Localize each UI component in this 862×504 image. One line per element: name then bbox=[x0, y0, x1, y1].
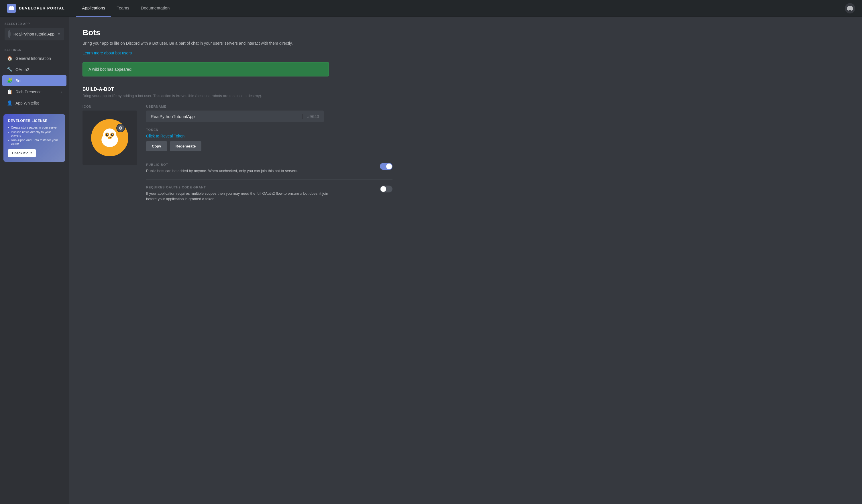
check-it-out-button[interactable]: Check it out bbox=[8, 149, 36, 157]
toggle-knob bbox=[386, 163, 392, 169]
username-label: USERNAME bbox=[146, 105, 848, 108]
token-buttons: Copy Regenerate bbox=[146, 141, 848, 151]
person-icon: 👤 bbox=[7, 100, 13, 106]
list-icon: 📋 bbox=[7, 89, 13, 94]
section-description: Bring your app to life by adding a bot u… bbox=[82, 94, 848, 98]
sidebar-item-general-information[interactable]: 🏠 General Information bbox=[2, 53, 66, 64]
oauth2-grant-info: REQUIRES OAUTH2 CODE GRANT If your appli… bbox=[146, 186, 332, 202]
oauth2-grant-toggle[interactable] bbox=[380, 186, 392, 193]
dev-license-title: DEVELOPER LICENSE bbox=[8, 119, 61, 123]
svg-point-8 bbox=[108, 136, 112, 139]
oauth2-grant-section: REQUIRES OAUTH2 CODE GRANT If your appli… bbox=[146, 180, 392, 208]
bot-icon-upload-area[interactable] bbox=[82, 110, 137, 165]
copy-button[interactable]: Copy bbox=[146, 141, 167, 151]
icon-section: ICON bbox=[82, 105, 137, 165]
discriminator: #9643 bbox=[302, 114, 324, 119]
bot-fields: USERNAME #9643 TOKEN Click to Reveal Tok… bbox=[146, 105, 848, 208]
public-bot-row: PUBLIC BOT Public bots can be added by a… bbox=[146, 163, 392, 174]
page-description: Bring your app to life on Discord with a… bbox=[82, 40, 312, 47]
sidebar-item-rich-presence[interactable]: 📋 Rich Presence › bbox=[2, 87, 66, 97]
sidebar-item-label: App Whitelist bbox=[15, 101, 39, 105]
nav-documentation[interactable]: Documentation bbox=[135, 0, 175, 17]
success-banner: A wild bot has appeared! bbox=[82, 62, 329, 77]
toggle-knob bbox=[380, 186, 386, 192]
discord-logo-icon bbox=[7, 4, 16, 13]
sidebar: SELECTED APP RealPythonTutorialApp ▼ SET… bbox=[0, 17, 69, 504]
sidebar-item-bot[interactable]: 🧩 Bot bbox=[2, 75, 66, 86]
main-layout: SELECTED APP RealPythonTutorialApp ▼ SET… bbox=[0, 17, 862, 504]
click-to-reveal-token[interactable]: Click to Reveal Token bbox=[146, 134, 848, 138]
username-row: #9643 bbox=[146, 110, 324, 122]
logo-text: DEVELOPER PORTAL bbox=[19, 6, 65, 10]
chevron-right-icon: › bbox=[61, 90, 62, 94]
public-bot-description: Public bots can be added by anyone. When… bbox=[146, 168, 298, 174]
app-selector[interactable]: RealPythonTutorialApp ▼ bbox=[4, 28, 64, 40]
oauth2-grant-title: REQUIRES OAUTH2 CODE GRANT bbox=[146, 186, 332, 189]
nav-applications[interactable]: Applications bbox=[76, 0, 111, 17]
public-bot-section: PUBLIC BOT Public bots can be added by a… bbox=[146, 157, 392, 180]
app-icon bbox=[8, 30, 11, 38]
svg-point-6 bbox=[107, 134, 108, 135]
token-field-group: TOKEN Click to Reveal Token Copy Regener… bbox=[146, 128, 848, 151]
learn-more-link[interactable]: Learn more about bot users bbox=[82, 51, 132, 55]
oauth2-grant-row: REQUIRES OAUTH2 CODE GRANT If your appli… bbox=[146, 186, 392, 202]
public-bot-title: PUBLIC BOT bbox=[146, 163, 298, 167]
username-input[interactable] bbox=[146, 110, 302, 122]
regenerate-button[interactable]: Regenerate bbox=[170, 141, 202, 151]
nav-links: Applications Teams Documentation bbox=[76, 0, 845, 17]
svg-point-7 bbox=[112, 134, 113, 135]
page-title: Bots bbox=[82, 28, 848, 37]
home-icon: 🏠 bbox=[7, 55, 13, 61]
public-bot-info: PUBLIC BOT Public bots can be added by a… bbox=[146, 163, 298, 174]
icon-label: ICON bbox=[82, 105, 137, 108]
svg-point-1 bbox=[103, 129, 117, 142]
sidebar-item-label: Rich Presence bbox=[15, 90, 41, 94]
svg-point-10 bbox=[110, 137, 111, 138]
main-content: Bots Bring your app to life on Discord w… bbox=[69, 17, 862, 504]
wrench-icon: 🔧 bbox=[7, 67, 13, 72]
svg-point-9 bbox=[108, 137, 109, 138]
oauth2-grant-description: If your application requires multiple sc… bbox=[146, 191, 332, 202]
app-name: RealPythonTutorialApp bbox=[13, 32, 54, 36]
public-bot-toggle[interactable] bbox=[380, 163, 392, 170]
user-avatar[interactable] bbox=[845, 3, 855, 13]
app-selector-arrow-icon: ▼ bbox=[57, 32, 61, 36]
sidebar-item-label: OAuth2 bbox=[15, 67, 29, 72]
nav-teams[interactable]: Teams bbox=[111, 0, 135, 17]
puzzle-icon: 🧩 bbox=[7, 78, 13, 83]
token-label: TOKEN bbox=[146, 128, 848, 131]
sidebar-item-app-whitelist[interactable]: 👤 App Whitelist bbox=[2, 98, 66, 108]
sidebar-item-oauth2[interactable]: 🔧 OAuth2 bbox=[2, 64, 66, 75]
bot-builder: ICON bbox=[82, 105, 848, 208]
list-item: Run Alpha and Beta tests for your game bbox=[8, 138, 61, 145]
top-navigation: DEVELOPER PORTAL Applications Teams Docu… bbox=[0, 0, 862, 17]
dev-license-list: Create store pages in your server Publis… bbox=[8, 126, 61, 145]
logo: DEVELOPER PORTAL bbox=[7, 4, 65, 13]
selected-app-label: SELECTED APP bbox=[4, 22, 64, 26]
selected-app-section: SELECTED APP RealPythonTutorialApp ▼ bbox=[0, 17, 69, 44]
list-item: Create store pages in your server bbox=[8, 126, 61, 129]
sidebar-item-label: General Information bbox=[15, 56, 51, 61]
settings-label: SETTINGS bbox=[0, 44, 69, 53]
developer-license-card: DEVELOPER LICENSE Create store pages in … bbox=[3, 114, 65, 162]
username-field-group: USERNAME #9643 bbox=[146, 105, 848, 122]
list-item: Publish news directly to your players bbox=[8, 130, 61, 137]
section-title: BUILD-A-BOT bbox=[82, 87, 848, 92]
sidebar-item-label: Bot bbox=[15, 78, 22, 83]
